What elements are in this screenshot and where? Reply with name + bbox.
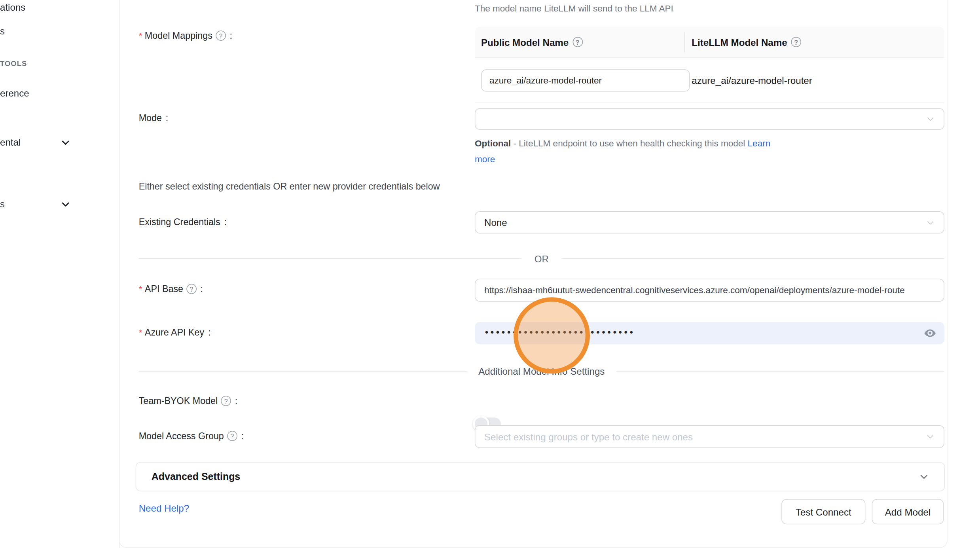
azure-api-key-label: * Azure API Key : — [139, 327, 211, 338]
model-access-group-label-text: Model Access Group — [139, 431, 224, 441]
learn-more-link[interactable]: more — [475, 154, 495, 164]
api-base-label: * API Base ? : — [139, 284, 203, 294]
advanced-settings-panel[interactable]: Advanced Settings — [136, 462, 945, 491]
required-asterisk: * — [139, 30, 142, 41]
chevron-down-icon — [919, 472, 929, 482]
team-byok-label: Team-BYOK Model ? : — [139, 396, 238, 406]
existing-credentials-label: Existing Credentials : — [139, 217, 227, 227]
sidebar-section-tools: TOOLS — [0, 60, 27, 67]
team-byok-label-text: Team-BYOK Model — [139, 396, 218, 406]
existing-credentials-label-text: Existing Credentials — [139, 217, 220, 227]
advanced-settings-label: Advanced Settings — [152, 471, 240, 482]
chevron-down-icon[interactable] — [61, 199, 71, 209]
sidebar-item[interactable]: s — [0, 25, 5, 36]
chevron-down-icon — [926, 115, 935, 124]
chevron-down-icon[interactable] — [61, 137, 71, 148]
help-icon[interactable]: ? — [186, 284, 197, 294]
api-base-value: https://ishaa-mh6uutut-swedencentral.cog… — [484, 285, 905, 296]
litellm-model-name-help-text: The model name LiteLLM will send to the … — [475, 3, 673, 13]
model-mappings-table-row: azure_ai/azure-model-router — [475, 58, 944, 103]
litellm-model-name-header: LiteLLM Model Name ? — [684, 36, 944, 47]
litellm-model-name-header-text: LiteLLM Model Name — [692, 36, 787, 47]
help-icon[interactable]: ? — [216, 30, 226, 41]
colon: : — [201, 284, 203, 294]
add-model-button[interactable]: Add Model — [872, 499, 944, 524]
colon: : — [229, 30, 232, 41]
model-access-group-placeholder: Select existing groups or type to create… — [484, 431, 693, 442]
sidebar-item-organizations[interactable]: ations — [0, 2, 25, 13]
public-model-name-cell — [475, 69, 684, 91]
mode-help-text: Optional - LiteLLM endpoint to use when … — [475, 136, 806, 167]
required-asterisk: * — [139, 327, 142, 338]
help-icon[interactable]: ? — [572, 37, 583, 47]
chevron-down-icon — [926, 432, 935, 441]
existing-credentials-select[interactable]: None — [475, 211, 944, 233]
azure-api-key-input[interactable]: ••••••••••••••••••••••••••• — [475, 322, 944, 344]
sidebar-item-reference[interactable]: erence — [0, 88, 29, 99]
sidebar-item-experimental[interactable]: ental — [0, 137, 21, 148]
model-mappings-label-text: Model Mappings — [145, 30, 212, 41]
chevron-down-icon — [926, 218, 935, 227]
divider-line — [139, 258, 522, 259]
divider-line — [139, 371, 467, 372]
additional-settings-divider: Additional Model Info Settings — [139, 366, 944, 377]
colon: : — [208, 327, 210, 338]
divider-line — [561, 258, 944, 259]
model-mappings-table-header: Public Model Name ? LiteLLM Model Name ? — [475, 27, 944, 58]
mode-select[interactable] — [475, 108, 944, 130]
public-model-name-header: Public Model Name ? — [475, 36, 684, 47]
need-help-link[interactable]: Need Help? — [139, 503, 189, 514]
mode-help-body: - LiteLLM endpoint to use when health ch… — [511, 138, 747, 148]
divider-line — [616, 371, 944, 372]
test-connect-button[interactable]: Test Connect — [781, 499, 865, 524]
learn-more-link[interactable]: Learn — [748, 138, 771, 148]
additional-settings-divider-text: Additional Model Info Settings — [478, 366, 605, 377]
colon: : — [241, 431, 243, 441]
public-model-name-input[interactable] — [481, 69, 690, 91]
or-divider: OR — [139, 253, 944, 264]
help-icon[interactable]: ? — [227, 431, 237, 441]
show-password-eye-icon[interactable] — [923, 326, 937, 340]
credentials-note: Either select existing credentials OR en… — [139, 181, 440, 192]
colon: : — [235, 396, 237, 406]
mode-help-bold: Optional — [475, 138, 511, 148]
model-mappings-table: Public Model Name ? LiteLLM Model Name ?… — [475, 27, 944, 103]
sidebar-item-settings[interactable]: s — [0, 199, 5, 209]
public-model-name-header-text: Public Model Name — [481, 36, 569, 47]
azure-api-key-label-text: Azure API Key — [145, 327, 204, 338]
mode-label: Mode : — [139, 113, 168, 123]
colon: : — [166, 113, 168, 123]
litellm-add-model-screen: ations s TOOLS erence ental s The model … — [0, 0, 980, 548]
existing-credentials-value: None — [484, 217, 507, 228]
header-column-divider — [684, 32, 685, 52]
colon: : — [224, 217, 226, 227]
model-mappings-label: * Model Mappings ? : — [139, 30, 232, 41]
masked-api-key: ••••••••••••••••••••••••••• — [485, 327, 635, 337]
help-icon[interactable]: ? — [791, 37, 801, 47]
model-access-group-select[interactable]: Select existing groups or type to create… — [475, 425, 944, 448]
help-icon[interactable]: ? — [221, 396, 231, 406]
model-access-group-label: Model Access Group ? : — [139, 431, 244, 441]
mode-label-text: Mode — [139, 113, 162, 123]
or-text: OR — [535, 253, 549, 264]
api-base-label-text: API Base — [145, 284, 183, 294]
required-asterisk: * — [139, 284, 142, 294]
litellm-model-name-value: azure_ai/azure-model-router — [684, 75, 944, 85]
api-base-input[interactable]: https://ishaa-mh6uutut-swedencentral.cog… — [475, 279, 944, 301]
